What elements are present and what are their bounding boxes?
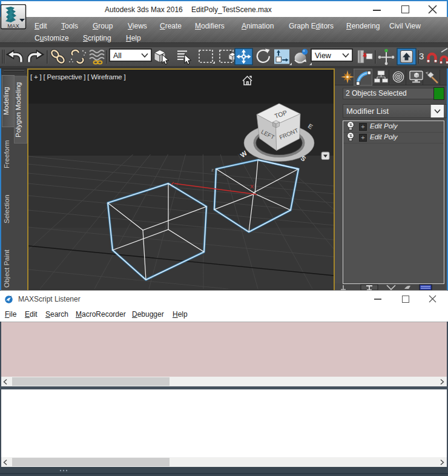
svg-text:X: X — [250, 183, 254, 190]
svg-text:View: View — [315, 51, 332, 60]
svg-text:[ + ] [ Perspective ] [ Wirefr: [ + ] [ Perspective ] [ Wireframe ] — [30, 73, 126, 81]
svg-text:MAX: MAX — [7, 23, 19, 29]
svg-text:z: z — [211, 167, 214, 173]
svg-text:3: 3 — [419, 51, 424, 61]
svg-text:All: All — [113, 51, 122, 60]
